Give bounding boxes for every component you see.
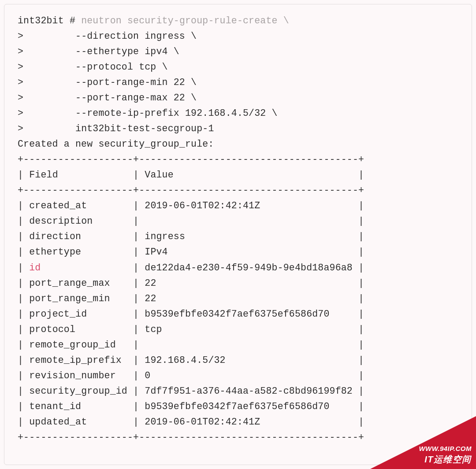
table-field-remote_group_id: remote_group_id: [29, 340, 127, 350]
continuation-line-2: > --ethertype ipv4 \: [18, 46, 179, 57]
command-line-0: neutron security-group-rule-create \: [81, 15, 289, 26]
table-row: | tenant_id | b9539efbfe0342f7aef6375ef6…: [18, 401, 364, 412]
table-value-port_range_min: 22: [145, 293, 353, 304]
table-field-ethertype: ethertype: [29, 247, 127, 257]
table-value-id: de122da4-e230-4f59-949b-9e4bd18a96a8: [145, 262, 353, 273]
table-field-project_id: project_id: [29, 309, 127, 319]
table-value-updated_at: 2019-06-01T02:42:41Z: [145, 417, 353, 427]
table-row: | direction | ingress |: [18, 231, 364, 242]
table-value-security_group_id: 7df7f951-a376-44aa-a582-c8bd96199f82: [145, 386, 353, 396]
table-row: | created_at | 2019-06-01T02:42:41Z |: [18, 200, 364, 211]
table-row: | protocol | tcp |: [18, 324, 364, 335]
table-row: | description | |: [18, 216, 364, 226]
table-field-description: description: [29, 216, 127, 226]
terminal-content: int32bit # neutron security-group-rule-c…: [18, 13, 458, 445]
table-field-security_group_id: security_group_id: [29, 386, 127, 396]
table-row: | security_group_id | 7df7f951-a376-44aa…: [18, 386, 364, 396]
table-row: | port_range_min | 22 |: [18, 293, 364, 304]
table-field-protocol: protocol: [29, 324, 127, 335]
continuation-line-6: > --remote-ip-prefix 192.168.4.5/32 \: [18, 108, 278, 118]
table-field-port_range_max: port_range_max: [29, 278, 127, 288]
table-row: | port_range_max | 22 |: [18, 278, 364, 288]
shell-prompt: int32bit #: [18, 15, 81, 26]
table-row: | remote_ip_prefix | 192.168.4.5/32 |: [18, 355, 364, 366]
table-border-top: +-------------------+-------------------…: [18, 154, 364, 165]
table-row: | remote_group_id | |: [18, 340, 364, 350]
table-value-remote_ip_prefix: 192.168.4.5/32: [145, 355, 353, 366]
output-header: Created a new security_group_rule:: [18, 139, 214, 149]
table-row: | revision_number | 0 |: [18, 370, 364, 381]
table-row: | ethertype | IPv4 |: [18, 247, 364, 257]
table-border-bottom: +-------------------+-------------------…: [18, 432, 364, 443]
terminal-output: int32bit # neutron security-group-rule-c…: [4, 4, 472, 465]
table-value-revision_number: 0: [145, 370, 353, 381]
table-value-protocol: tcp: [145, 324, 353, 335]
table-row: | id | de122da4-e230-4f59-949b-9e4bd18a9…: [18, 262, 364, 273]
table-field-remote_ip_prefix: remote_ip_prefix: [29, 355, 127, 366]
table-value-project_id: b9539efbfe0342f7aef6375ef6586d70: [145, 309, 353, 319]
table-row: | project_id | b9539efbfe0342f7aef6375ef…: [18, 309, 364, 319]
continuation-line-4: > --port-range-min 22 \: [18, 77, 197, 88]
table-header-row: | Field | Value |: [18, 170, 364, 180]
table-value-ethertype: IPv4: [145, 247, 353, 257]
table-value-tenant_id: b9539efbfe0342f7aef6375ef6586d70: [145, 401, 353, 412]
table-border-mid: +-------------------+-------------------…: [18, 185, 364, 196]
table-field-tenant_id: tenant_id: [29, 401, 127, 412]
table-field-updated_at: updated_at: [29, 417, 127, 427]
continuation-line-5: > --port-range-max 22 \: [18, 92, 197, 103]
watermark-text: WWW.94IP.COM IT运维空间: [419, 444, 472, 465]
table-field-id: id: [29, 262, 127, 273]
table-value-port_range_max: 22: [145, 278, 353, 288]
continuation-line-3: > --protocol tcp \: [18, 62, 168, 72]
table-field-created_at: created_at: [29, 200, 127, 211]
table-value-description: [145, 216, 353, 226]
table-value-direction: ingress: [145, 231, 353, 242]
table-row: | updated_at | 2019-06-01T02:42:41Z |: [18, 417, 364, 427]
watermark: WWW.94IP.COM IT运维空间: [370, 416, 476, 469]
table-value-created_at: 2019-06-01T02:42:41Z: [145, 200, 353, 211]
table-field-direction: direction: [29, 231, 127, 242]
table-value-remote_group_id: [145, 340, 353, 350]
table-field-port_range_min: port_range_min: [29, 293, 127, 304]
continuation-line-1: > --direction ingress \: [18, 31, 197, 41]
continuation-line-7: > int32bit-test-secgroup-1: [18, 123, 214, 134]
watermark-label: IT运维空间: [419, 453, 472, 465]
watermark-url: WWW.94IP.COM: [419, 444, 472, 453]
table-field-revision_number: revision_number: [29, 370, 127, 381]
